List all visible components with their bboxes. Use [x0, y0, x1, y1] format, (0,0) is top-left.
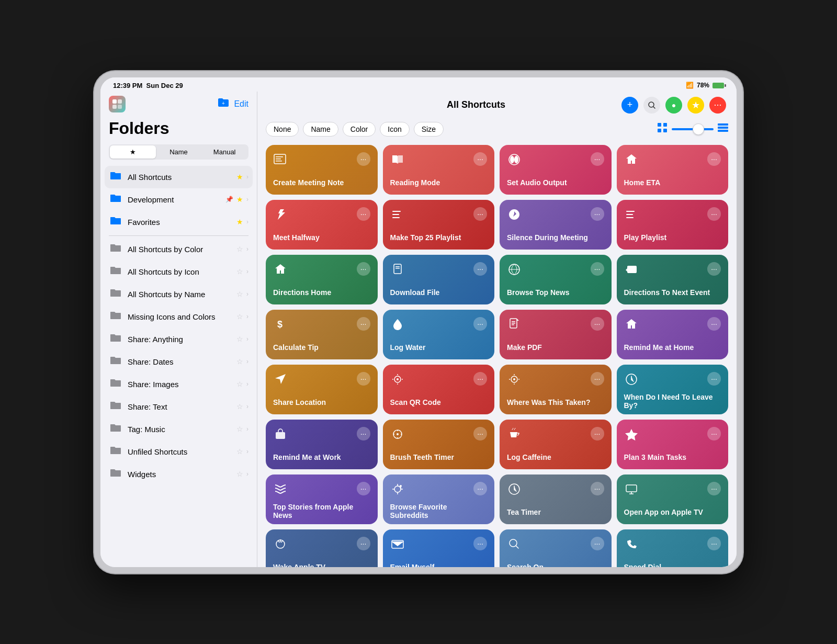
card-menu-button[interactable]: ··· [707, 317, 721, 331]
shortcut-search-on[interactable]: ··· Search On [500, 529, 612, 567]
shortcut-when-do-i-need-to-leave[interactable]: ··· When Do I Need To Leave By? [617, 365, 729, 414]
grid-view-icon[interactable] [657, 122, 668, 135]
favorites-button[interactable]: ★ [687, 97, 704, 114]
sort-tab-name[interactable]: Name [156, 145, 202, 159]
sidebar-item-widgets[interactable]: Widgets ☆ › [100, 463, 257, 485]
card-menu-button[interactable]: ··· [357, 427, 370, 440]
shortcut-set-audio-output[interactable]: ··· Set Audio Output [500, 145, 612, 195]
card-menu-button[interactable]: ··· [473, 317, 487, 331]
card-menu-button[interactable]: ··· [357, 537, 370, 550]
sidebar-item-by-name[interactable]: All Shortcuts by Name ☆ › [100, 283, 257, 306]
card-menu-button[interactable]: ··· [707, 152, 721, 166]
shortcut-reading-mode[interactable]: ··· Reading Mode [383, 145, 495, 195]
card-menu-button[interactable]: ··· [357, 207, 370, 221]
card-menu-button[interactable]: ··· [357, 317, 370, 331]
shortcut-icon [273, 372, 288, 389]
sidebar-item-by-icon[interactable]: All Shortcuts by Icon ☆ › [100, 261, 257, 283]
filter-size[interactable]: Size [414, 122, 444, 137]
card-menu-button[interactable]: ··· [473, 207, 487, 221]
shortcut-label: Directions Home [273, 288, 370, 297]
shortcut-log-water[interactable]: ··· Log Water [383, 310, 495, 359]
card-menu-button[interactable]: ··· [473, 537, 487, 550]
shortcut-silence-during-meeting[interactable]: ··· Silence During Meeting [500, 200, 612, 250]
card-menu-button[interactable]: ··· [707, 537, 721, 550]
list-view-icon[interactable] [718, 123, 728, 134]
more-button[interactable]: ··· [709, 97, 726, 114]
shortcut-directions-next-event[interactable]: ··· Directions To Next Event [617, 255, 729, 304]
card-menu-button[interactable]: ··· [591, 317, 604, 331]
sidebar-item-share-anything[interactable]: Share: Anything ☆ › [100, 328, 257, 351]
card-menu-button[interactable]: ··· [473, 482, 487, 495]
card-menu-button[interactable]: ··· [357, 482, 370, 495]
edit-button[interactable]: Edit [234, 99, 248, 109]
sidebar-item-by-color[interactable]: All Shortcuts by Color ☆ › [100, 238, 257, 261]
shortcut-download-file[interactable]: ··· Download File [383, 255, 495, 304]
shortcut-scan-qr-code[interactable]: ··· Scan QR Code [383, 365, 495, 414]
card-menu-button[interactable]: ··· [591, 427, 604, 440]
card-menu-button[interactable]: ··· [473, 262, 487, 276]
shortcut-calculate-tip[interactable]: $ ··· Calculate Tip [266, 310, 378, 359]
shortcut-remind-me-at-home[interactable]: ··· Remind Me at Home [617, 310, 729, 359]
sidebar-item-tag-music[interactable]: Tag: Music ☆ › [100, 418, 257, 440]
shortcut-make-pdf[interactable]: ··· Make PDF [500, 310, 612, 359]
shortcut-speed-dial[interactable]: ··· Speed Dial [617, 529, 729, 567]
sort-tab-star[interactable]: ★ [110, 145, 156, 159]
shortcut-email-myself[interactable]: ··· Email Myself [383, 529, 495, 567]
shortcut-browse-favorite-subreddits[interactable]: ··· Browse Favorite Subreddits [383, 474, 495, 524]
card-menu-button[interactable]: ··· [357, 262, 370, 276]
shortcut-remind-me-at-work[interactable]: ··· Remind Me at Work [266, 420, 378, 469]
spotify-button[interactable]: ● [665, 97, 682, 114]
card-menu-button[interactable]: ··· [591, 207, 604, 221]
shortcut-open-app-apple-tv[interactable]: ··· Open App on Apple TV [617, 474, 729, 524]
star-icon: ☆ [236, 335, 243, 343]
sidebar-item-share-images[interactable]: Share: Images ☆ › [100, 373, 257, 396]
shortcut-where-was-this-taken[interactable]: ··· Where Was This Taken? [500, 365, 612, 414]
sidebar-item-share-text[interactable]: Share: Text ☆ › [100, 396, 257, 418]
card-menu-button[interactable]: ··· [707, 262, 721, 276]
sort-tab-manual[interactable]: Manual [201, 145, 247, 159]
card-menu-button[interactable]: ··· [707, 482, 721, 495]
shortcut-make-top-25-playlist[interactable]: ··· Make Top 25 Playlist [383, 200, 495, 250]
shortcut-create-meeting-note[interactable]: ··· Create Meeting Note [266, 145, 378, 195]
card-menu-button[interactable]: ··· [591, 482, 604, 495]
shortcut-browse-top-news[interactable]: ··· Browse Top News [500, 255, 612, 304]
sidebar-item-favorites[interactable]: Favorites ★ › [100, 211, 257, 233]
filter-color[interactable]: Color [343, 122, 376, 137]
shortcut-directions-home[interactable]: ··· Directions Home [266, 255, 378, 304]
sidebar-item-all-shortcuts[interactable]: All Shortcuts ★ › [105, 166, 253, 188]
card-menu-button[interactable]: ··· [473, 427, 487, 440]
card-menu-button[interactable]: ··· [707, 427, 721, 440]
filter-none[interactable]: None [266, 122, 299, 137]
shortcut-top-stories-apple-news[interactable]: ··· Top Stories from Apple News [266, 474, 378, 524]
new-folder-icon[interactable]: + [217, 96, 230, 111]
add-shortcut-button[interactable]: + [621, 97, 638, 114]
card-menu-button[interactable]: ··· [707, 372, 721, 386]
svg-rect-0 [112, 99, 117, 104]
card-menu-button[interactable]: ··· [357, 152, 370, 166]
shortcut-plan-3-main-tasks[interactable]: ··· Plan 3 Main Tasks [617, 420, 729, 469]
shortcut-home-eta[interactable]: ··· Home ETA [617, 145, 729, 195]
shortcut-meet-halfway[interactable]: ··· Meet Halfway [266, 200, 378, 250]
shortcut-tea-timer[interactable]: ··· Tea Timer [500, 474, 612, 524]
shortcut-log-caffeine[interactable]: ··· Log Caffeine [500, 420, 612, 469]
size-slider[interactable] [672, 128, 714, 130]
card-menu-button[interactable]: ··· [591, 262, 604, 276]
card-menu-button[interactable]: ··· [591, 152, 604, 166]
card-menu-button[interactable]: ··· [591, 372, 604, 386]
sidebar-item-development[interactable]: Development 📌 ★ › [100, 188, 257, 211]
card-menu-button[interactable]: ··· [473, 372, 487, 386]
shortcut-brush-teeth-timer[interactable]: ··· Brush Teeth Timer [383, 420, 495, 469]
filter-name[interactable]: Name [303, 122, 338, 137]
card-menu-button[interactable]: ··· [473, 152, 487, 166]
card-menu-button[interactable]: ··· [357, 372, 370, 386]
shortcut-play-playlist[interactable]: ··· Play Playlist [617, 200, 729, 250]
card-menu-button[interactable]: ··· [707, 207, 721, 221]
shortcut-share-location[interactable]: ··· Share Location [266, 365, 378, 414]
shortcut-wake-apple-tv[interactable]: ··· Wake Apple TV [266, 529, 378, 567]
card-menu-button[interactable]: ··· [591, 537, 604, 550]
sidebar-item-share-dates[interactable]: Share: Dates ☆ › [100, 351, 257, 373]
sidebar-item-missing[interactable]: Missing Icons and Colors ☆ › [100, 306, 257, 328]
sidebar-item-unfiled[interactable]: Unfiled Shortcuts ☆ › [100, 440, 257, 463]
filter-icon[interactable]: Icon [380, 122, 409, 137]
search-button[interactable] [643, 97, 660, 114]
